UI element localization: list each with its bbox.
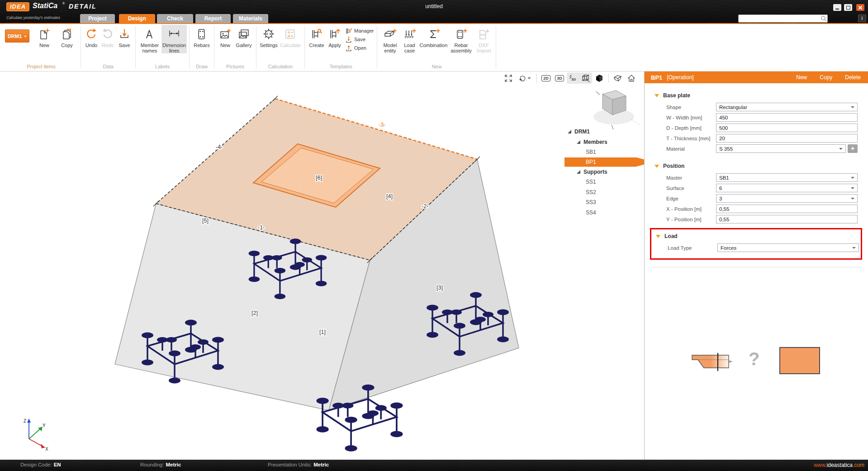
edge-select[interactable]: 3 (716, 194, 858, 203)
new-picture-button[interactable]: New (217, 25, 234, 48)
rotate-view-button[interactable] (516, 72, 534, 84)
panel-subtitle: [Operation] (667, 74, 693, 81)
thickness-input[interactable] (716, 134, 858, 143)
info-button[interactable]: i (858, 14, 866, 22)
x-position-input[interactable] (716, 205, 858, 213)
combination-button[interactable]: Combination (418, 25, 448, 48)
copy-item-button[interactable]: Copy (56, 25, 78, 48)
statica-logo: StatiCa (33, 2, 57, 10)
undo-button[interactable]: Undo (83, 25, 100, 48)
group-position[interactable]: Position (655, 163, 868, 169)
rebar-assembly-icon (454, 26, 468, 43)
dimension-lines-toggle[interactable]: Dimension lines (161, 25, 187, 53)
tab-check[interactable]: Check (157, 14, 193, 23)
expand-caret-icon[interactable] (568, 130, 571, 133)
zoom-fit-button[interactable] (502, 72, 515, 84)
new-item-button[interactable]: New (33, 25, 56, 48)
width-input[interactable] (716, 113, 858, 122)
apply-template-button[interactable]: Apply (326, 25, 343, 48)
sigma-icon (427, 26, 440, 43)
tree-item-ss3[interactable]: SS3 (564, 197, 644, 208)
load-type-label: Load Type (668, 245, 717, 251)
scene-canvas[interactable]: [1] [2] [3] [4] [5] [6] -1- -2- -3- -4- … (0, 71, 644, 460)
ribbon-group-new: Model entity Load case Combination Rebar… (377, 24, 496, 71)
chevron-down-icon (527, 77, 531, 81)
material-select[interactable]: S 355 (716, 144, 846, 153)
expand-caret-icon[interactable] (577, 170, 580, 174)
tree-item-members[interactable]: Members (564, 137, 644, 147)
collapse-triangle-icon[interactable] (656, 235, 660, 238)
panel-delete-button[interactable]: Delete (845, 74, 861, 81)
expand-caret-icon[interactable] (577, 140, 580, 144)
view-3d-button[interactable]: 3D (553, 72, 566, 84)
svg-text:3D: 3D (571, 77, 576, 81)
load-case-button[interactable]: Load case (400, 25, 418, 53)
search-input[interactable] (739, 16, 820, 21)
collapse-triangle-icon[interactable] (655, 94, 659, 97)
tab-materials[interactable]: Materials (233, 14, 268, 23)
settings-button[interactable]: Settings (259, 25, 279, 48)
collapse-triangle-icon[interactable] (655, 165, 659, 168)
open-box-icon (613, 74, 622, 83)
chevron-down-icon (24, 36, 27, 38)
tab-design[interactable]: Design (119, 14, 155, 23)
tree-item-drm1[interactable]: DRM1 (564, 127, 644, 137)
add-material-button[interactable]: + (848, 144, 858, 153)
master-select[interactable]: SB1 (716, 173, 858, 182)
shape-select[interactable]: Rectangular (716, 103, 858, 111)
edge-label-1: -1- (258, 224, 265, 231)
tab-project[interactable]: Project (80, 14, 115, 23)
project-item-dropdown[interactable]: DRM1 (5, 29, 29, 43)
surface-select[interactable]: 6 (716, 184, 858, 192)
tree-item-bp1-selected[interactable]: BP1 (564, 157, 654, 167)
member-names-toggle[interactable]: Member names (138, 25, 161, 53)
group-base-plate[interactable]: Base plate (655, 92, 868, 99)
maximize-button[interactable] (844, 4, 852, 11)
create-template-button[interactable]: Create (307, 25, 326, 48)
perspective-button[interactable] (579, 72, 592, 84)
tree-item-ss2[interactable]: SS2 (564, 187, 644, 198)
active-view-mode-group: 3D (567, 72, 592, 84)
axonometry-button[interactable]: 3D (567, 72, 579, 84)
title-bar: IDEA StatiCa ® DETAIL Calculate yesterda… (0, 0, 868, 23)
tree-item-sb1[interactable]: SB1 (564, 147, 644, 157)
gallery-button[interactable]: Gallery (234, 25, 254, 48)
minimize-button[interactable] (833, 4, 841, 11)
template-save-button[interactable]: Save (345, 35, 374, 43)
template-search-icon (310, 26, 323, 43)
solid-cube-icon (595, 74, 604, 83)
model-entity-button[interactable]: Model entity (379, 25, 400, 53)
load-type-select[interactable]: Forces (717, 243, 859, 252)
group-load[interactable]: Load (656, 233, 861, 239)
view-2d-button[interactable]: 2D (540, 72, 552, 84)
tree-item-ss1[interactable]: SS1 (564, 177, 644, 187)
website-link[interactable]: www.ideastatica.com (814, 462, 864, 468)
panel-new-button[interactable]: New (796, 74, 807, 81)
wireframe-view-button[interactable] (612, 72, 624, 84)
surface-label: Surface (666, 186, 716, 191)
ribbon-separator (496, 26, 496, 69)
home-view-button[interactable] (625, 72, 638, 84)
depth-input[interactable] (716, 124, 858, 132)
registered-mark: ® (62, 2, 65, 5)
rebars-button[interactable]: Rebars (192, 25, 212, 48)
tree-item-ss4[interactable]: SS4 (564, 208, 644, 218)
template-open-button[interactable]: Open (345, 44, 374, 52)
save-small-icon (345, 36, 352, 43)
tab-report[interactable]: Report (195, 14, 231, 23)
search-box[interactable] (738, 14, 828, 23)
undo-icon (85, 26, 98, 43)
surface-label-5: [5] (202, 218, 209, 224)
navigation-cube[interactable] (593, 90, 640, 129)
panel-copy-button[interactable]: Copy (820, 74, 832, 81)
rebar-assembly-button[interactable]: Rebar assembly (448, 25, 474, 53)
picture-add-icon (218, 26, 232, 43)
tree-item-supports[interactable]: Supports (564, 167, 644, 177)
ribbon: DRM1 New Copy Project items Undo (0, 24, 868, 71)
close-button[interactable] (856, 4, 864, 11)
shaded-view-button[interactable] (593, 72, 606, 84)
save-button[interactable]: Save (116, 25, 133, 48)
y-position-input[interactable] (716, 215, 858, 224)
template-manager-button[interactable]: Manager (345, 27, 374, 34)
3d-viewport[interactable]: [1] [2] [3] [4] [5] [6] -1- -2- -3- -4- … (0, 71, 644, 460)
